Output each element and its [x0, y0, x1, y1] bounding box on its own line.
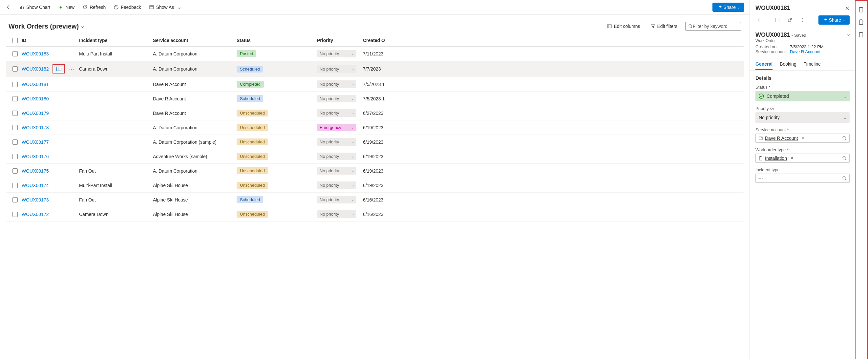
clipboard-icon[interactable]	[858, 31, 865, 38]
row-checkbox[interactable]	[12, 96, 18, 101]
priority-select[interactable]: No priority⌵	[317, 95, 356, 102]
new-button[interactable]: + New	[57, 3, 75, 11]
table-row[interactable]: WOUX00173Fan OutAlpine Ski HouseSchedule…	[6, 192, 744, 207]
edit-columns-button[interactable]: Edit columns	[604, 22, 643, 30]
priority-select[interactable]: No priority⌵	[317, 81, 356, 88]
work-order-link[interactable]: WOUX00177	[22, 140, 49, 145]
work-order-type-field[interactable]: Installation ✕	[755, 154, 849, 163]
wotype-value[interactable]: Installation	[765, 155, 787, 161]
incident-type-field[interactable]: ---	[755, 174, 849, 183]
work-order-link[interactable]: WOUX00182	[22, 66, 49, 71]
service-account-field[interactable]: Dave R Account ✕	[755, 133, 849, 143]
row-checkbox[interactable]	[12, 154, 18, 159]
status-badge: Scheduled	[237, 196, 263, 203]
work-order-link[interactable]: WOUX00178	[22, 125, 49, 130]
table-row[interactable]: WOUX00176Adventure Works (sample)Unsched…	[6, 149, 744, 164]
priority-select[interactable]: No priority⌵	[317, 167, 356, 175]
view-selector[interactable]: Work Orders (preview) ⌵	[8, 23, 84, 30]
work-order-link[interactable]: WOUX00172	[22, 212, 49, 217]
filter-icon	[651, 24, 655, 29]
priority-select[interactable]: No priority⌵	[317, 210, 356, 218]
work-order-link[interactable]: WOUX00174	[22, 183, 49, 188]
column-header-status[interactable]: Status	[237, 38, 317, 43]
svg-rect-43	[860, 19, 862, 20]
table-row[interactable]: WOUX00177A. Datum Corporation (sample)Un…	[6, 135, 744, 149]
share-button[interactable]: Share ⌵	[712, 3, 744, 12]
remove-lookup-button[interactable]: ✕	[790, 156, 794, 160]
row-checkbox[interactable]	[12, 111, 18, 116]
work-order-link[interactable]: WOUX00183	[22, 51, 49, 56]
table-row[interactable]: WOUX00182⋯Camera DownA. Datum Corporatio…	[6, 61, 744, 77]
table-row[interactable]: WOUX00178A. Datum CorporationUnscheduled…	[6, 120, 744, 135]
row-checkbox[interactable]	[12, 197, 18, 203]
feedback-button[interactable]: Feedback	[113, 3, 142, 11]
more-commands-button[interactable]	[799, 17, 806, 23]
column-header-id[interactable]: ID ↓	[22, 38, 79, 43]
open-record-button[interactable]	[774, 17, 781, 23]
priority-select[interactable]: Emergency⌵	[317, 124, 356, 131]
show-as-button[interactable]: Show As ⌵	[148, 3, 181, 11]
filter-input[interactable]	[693, 24, 749, 29]
row-checkbox[interactable]	[12, 125, 18, 130]
priority-select[interactable]: No priority⌵	[317, 153, 356, 160]
priority-field[interactable]: No priority ⌵	[755, 112, 849, 123]
show-chart-button[interactable]: Show Chart	[19, 3, 51, 11]
remove-lookup-button[interactable]: ✕	[801, 136, 804, 141]
priority-select[interactable]: No priority⌵	[317, 181, 356, 189]
filter-input-wrapper[interactable]	[685, 22, 741, 31]
lookup-search-icon[interactable]	[842, 156, 847, 160]
collapse-summary-button[interactable]: ⌵	[847, 31, 849, 43]
back-button[interactable]	[5, 4, 12, 10]
created-cell: 7/5/2023 1	[363, 96, 386, 101]
side-share-button[interactable]: Share ⌵	[818, 16, 849, 25]
column-header-priority[interactable]: Priority	[317, 38, 363, 43]
column-header-incident[interactable]: Incident type	[79, 38, 153, 43]
edit-filters-button[interactable]: Edit filters	[648, 22, 680, 30]
table-row[interactable]: WOUX00174Multi-Part InstallAlpine Ski Ho…	[6, 178, 744, 192]
row-checkbox[interactable]	[12, 168, 18, 174]
table-row[interactable]: WOUX00172Camera DownAlpine Ski HouseUnsc…	[6, 207, 744, 221]
table-row[interactable]: WOUX00180Dave R AccountScheduledNo prior…	[6, 92, 744, 106]
side-back-button	[755, 17, 762, 23]
columns-icon	[607, 24, 612, 29]
priority-select[interactable]: No priority⌵	[317, 50, 356, 57]
table-row[interactable]: WOUX00181Dave R AccountCompletedNo prior…	[6, 77, 744, 92]
column-header-created[interactable]: Created O	[363, 38, 386, 43]
popout-button[interactable]	[786, 17, 793, 23]
table-row[interactable]: WOUX00175Fan OutA. Datum CorporationUnsc…	[6, 164, 744, 178]
clipboard-icon[interactable]	[858, 19, 865, 26]
work-order-link[interactable]: WOUX00173	[22, 197, 49, 203]
tab-booking[interactable]: Booking	[780, 61, 797, 70]
row-checkbox[interactable]	[12, 66, 18, 71]
summary-svc-acct-link[interactable]: Dave R Account	[790, 49, 820, 54]
work-order-link[interactable]: WOUX00181	[22, 82, 49, 87]
row-checkbox[interactable]	[12, 183, 18, 188]
more-icon[interactable]: ⋯	[69, 66, 74, 72]
lookup-search-icon[interactable]	[842, 176, 847, 180]
work-order-link[interactable]: WOUX00179	[22, 111, 49, 116]
row-checkbox[interactable]	[12, 51, 18, 56]
clipboard-icon[interactable]	[858, 6, 865, 13]
row-checkbox[interactable]	[12, 212, 18, 217]
priority-select[interactable]: No priority⌵	[317, 196, 356, 204]
select-all-checkbox[interactable]	[12, 38, 18, 43]
close-button[interactable]	[845, 6, 849, 10]
status-field[interactable]: Completed ⌵	[755, 91, 849, 101]
work-order-link[interactable]: WOUX00176	[22, 154, 49, 159]
tab-general[interactable]: General	[755, 61, 773, 70]
table-row[interactable]: WOUX00183Multi-Part InstallA. Datum Corp…	[6, 47, 744, 61]
lookup-search-icon[interactable]	[842, 136, 847, 141]
row-checkbox[interactable]	[12, 140, 18, 145]
priority-select[interactable]: No priority⌵	[317, 138, 356, 146]
column-header-account[interactable]: Service account	[153, 38, 237, 43]
svc-acct-value[interactable]: Dave R Account	[765, 136, 798, 141]
work-order-link[interactable]: WOUX00180	[22, 96, 49, 101]
priority-select[interactable]: No priority⌵	[317, 109, 356, 117]
row-checkbox[interactable]	[12, 82, 18, 87]
work-order-link[interactable]: WOUX00175	[22, 168, 49, 174]
priority-select[interactable]: No priority⌵	[317, 65, 356, 73]
refresh-button[interactable]: Refresh	[82, 3, 106, 11]
table-row[interactable]: WOUX00179Dave R AccountUnscheduledNo pri…	[6, 106, 744, 120]
tab-timeline[interactable]: Timeline	[804, 61, 821, 70]
side-pane-icon[interactable]	[53, 64, 65, 73]
